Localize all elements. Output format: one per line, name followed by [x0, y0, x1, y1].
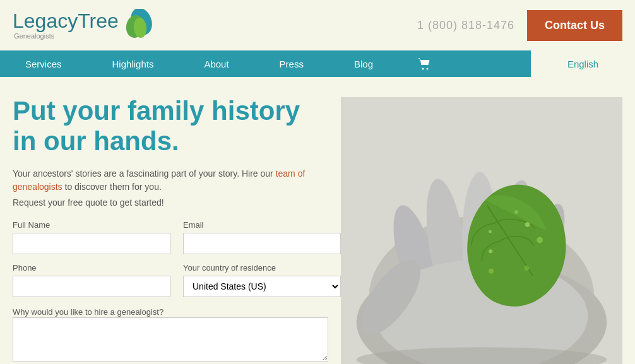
country-group: Your country of residence United States … [183, 263, 341, 297]
nav-services[interactable]: Services [0, 50, 87, 77]
hero-desc-end: to discover them for you. [65, 182, 162, 192]
hero-image [341, 96, 622, 364]
phone-group: Phone [13, 263, 170, 297]
email-label: Email [183, 220, 341, 230]
logo-leaf-icon [122, 9, 153, 42]
textarea-label: Why would you like to hire a genealogist… [13, 307, 163, 317]
email-group: Email [183, 220, 341, 254]
logo-sub: Genealogists [14, 32, 119, 40]
full-name-group: Full Name [13, 220, 170, 254]
nav-blog[interactable]: Blog [329, 50, 398, 77]
logo[interactable]: LegacyTree Genealogists [13, 9, 153, 42]
reason-textarea[interactable] [13, 317, 328, 361]
header-right: 1 (800) 818-1476 Contact Us [417, 10, 622, 41]
country-label: Your country of residence [183, 263, 341, 273]
logo-normal: Legacy [13, 9, 78, 32]
logo-teal: Tree [78, 9, 119, 32]
hero-title: Put your family historyin our hands. [13, 96, 341, 157]
form-section: Put your family historyin our hands. You… [13, 96, 341, 364]
logo-text: LegacyTree [13, 11, 119, 31]
nav-about[interactable]: About [179, 50, 254, 77]
phone-label: Phone [13, 263, 170, 273]
form-row-name-email: Full Name Email [13, 220, 341, 254]
svg-point-4 [426, 68, 428, 70]
hands-leaf-illustration [341, 96, 622, 364]
hero-desc-plain: Your ancestors' stories are a fascinatin… [13, 168, 273, 179]
svg-point-3 [422, 68, 424, 70]
phone-input[interactable] [13, 276, 170, 297]
country-select[interactable]: United States (US) Canada United Kingdom… [183, 276, 341, 297]
full-name-input[interactable] [13, 233, 170, 254]
site-header: LegacyTree Genealogists 1 (800) 818-1476… [0, 0, 635, 50]
email-input[interactable] [183, 233, 341, 254]
cart-button[interactable] [398, 50, 450, 77]
textarea-group: Why would you like to hire a genealogist… [13, 306, 341, 364]
full-name-label: Full Name [13, 220, 170, 230]
nav-links: Services Highlights About Press Blog [0, 50, 531, 77]
phone-number: 1 (800) 818-1476 [417, 19, 514, 32]
main-nav: Services Highlights About Press Blog Eng… [0, 50, 635, 77]
main-content: Put your family historyin our hands. You… [0, 77, 635, 364]
hero-cta: Request your free quote to get started! [13, 197, 341, 208]
form-row-phone-country: Phone Your country of residence United S… [13, 263, 341, 297]
language-selector[interactable]: English [531, 50, 635, 77]
nav-press[interactable]: Press [254, 50, 329, 77]
contact-button[interactable]: Contact Us [527, 10, 622, 41]
hero-description: Your ancestors' stories are a fascinatin… [13, 167, 341, 194]
nav-highlights[interactable]: Highlights [87, 50, 179, 77]
cart-icon [417, 57, 431, 70]
